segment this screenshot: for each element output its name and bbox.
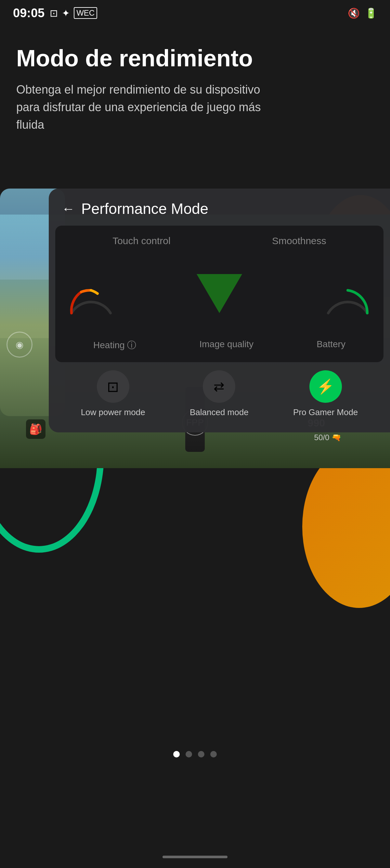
left-phone-btn: ◉	[6, 332, 32, 358]
balanced-btn[interactable]: ⇄	[203, 370, 235, 403]
touch-control-label: Touch control	[112, 236, 170, 246]
gauge-labels-top: Touch control Smoothness	[62, 236, 377, 246]
mode-buttons-row: ⊡ Low power mode ⇄ Balanced mode ⚡ Pro G…	[49, 362, 390, 422]
balanced-icon: ⇄	[214, 379, 225, 394]
status-icons-left: ⊡ ✦ WEC	[50, 7, 97, 19]
heating-label: Heating ⓘ	[93, 339, 136, 351]
balanced-label: Balanced mode	[190, 407, 249, 417]
hud-gun: 50/0 🔫	[314, 433, 341, 442]
mute-icon: 🔇	[348, 7, 360, 19]
status-left: 09:05 ⊡ ✦ WEC	[13, 6, 97, 20]
gauge-left	[62, 254, 120, 333]
image-quality-label: Image quality	[200, 339, 254, 351]
card-title: Performance Mode	[81, 200, 208, 217]
gauges-row	[62, 251, 377, 336]
star-icon: ✦	[62, 7, 70, 19]
battery-icon: 🔋	[365, 7, 377, 19]
phone-mockup-area: 990 50/0 🔫 FPP 🎒 ◉ ← Performance Mode To…	[0, 189, 390, 481]
low-power-label: Low power mode	[81, 407, 145, 417]
pro-gamer-icon: ⚡	[317, 378, 334, 395]
battery-label: Battery	[317, 339, 346, 351]
clipboard-icon: ⊡	[50, 7, 58, 19]
performance-card: ← Performance Mode Touch control Smoothn…	[49, 189, 390, 432]
balanced-mode-item[interactable]: ⇄ Balanced mode	[190, 370, 249, 417]
low-power-icon: ⊡	[107, 378, 119, 395]
main-content: Modo de rendimiento Obtenga el mejor ren…	[0, 32, 390, 147]
page-title: Modo de rendimiento	[16, 45, 374, 71]
triangle-icon	[197, 274, 242, 313]
low-power-btn[interactable]: ⊡	[97, 370, 129, 403]
nav-bar	[162, 856, 228, 858]
card-header: ← Performance Mode	[49, 189, 390, 226]
low-power-mode-item[interactable]: ⊡ Low power mode	[81, 370, 145, 417]
indicator-dot-4[interactable]	[210, 751, 217, 757]
smoothness-label: Smoothness	[272, 236, 326, 246]
hud-inventory: 🎒	[26, 420, 45, 439]
status-right: 🔇 🔋	[348, 7, 377, 19]
touch-control-gauge	[65, 261, 117, 326]
page-description: Obtenga el mejor rendimiento de su dispo…	[16, 81, 276, 134]
back-button[interactable]: ←	[62, 202, 75, 216]
gauge-area: Touch control Smoothness	[55, 226, 384, 362]
battery-gauge	[322, 261, 374, 326]
pro-gamer-label: Pro Gamer Mode	[293, 407, 358, 417]
status-bar: 09:05 ⊡ ✦ WEC 🔇 🔋	[0, 0, 390, 26]
status-time: 09:05	[13, 6, 44, 20]
pro-gamer-btn[interactable]: ⚡	[310, 370, 342, 403]
gauge-right	[319, 254, 377, 333]
indicator-dot-1[interactable]	[173, 751, 180, 757]
center-indicator	[120, 274, 319, 313]
web-icon: WEC	[74, 7, 97, 19]
pro-gamer-mode-item[interactable]: ⚡ Pro Gamer Mode	[293, 370, 358, 417]
gauge-labels-bottom: Heating ⓘ Image quality Battery	[62, 339, 377, 351]
indicator-dot-2[interactable]	[186, 751, 192, 757]
indicator-dot-3[interactable]	[198, 751, 204, 757]
page-indicators	[173, 751, 217, 757]
